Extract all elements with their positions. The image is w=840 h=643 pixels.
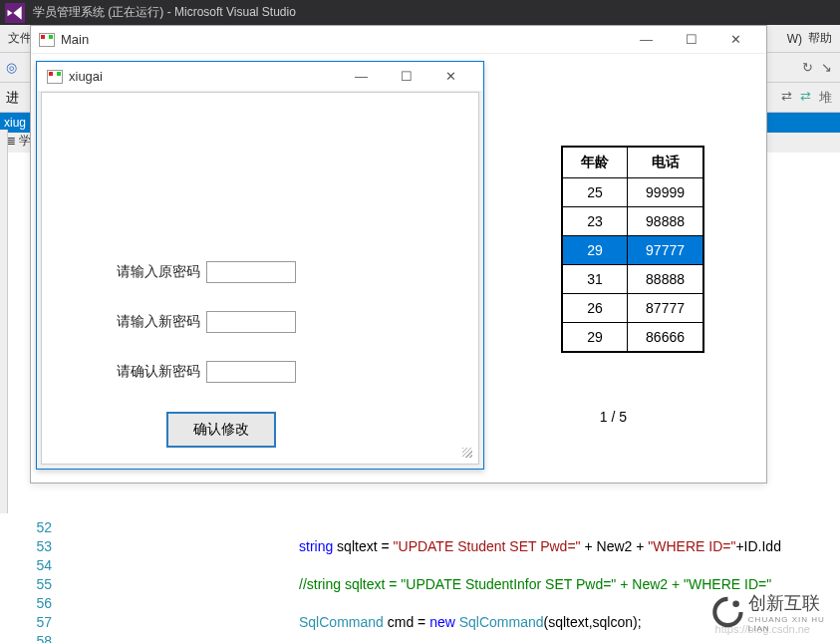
- vs-titlebar: 学员管理系统 (正在运行) - Microsoft Visual Studio: [0, 0, 840, 25]
- old-pwd-input[interactable]: [206, 261, 296, 283]
- pager: 1 / 5: [600, 409, 627, 425]
- xiugai-titlebar[interactable]: xiugai — ☐ ✕: [37, 62, 483, 92]
- maximize-button[interactable]: ☐: [384, 63, 428, 91]
- svg-point-0: [732, 600, 739, 607]
- toolbar-stack[interactable]: 堆: [819, 89, 832, 107]
- xiugai-title: xiugai: [69, 69, 103, 84]
- refresh-icon[interactable]: [802, 60, 813, 75]
- col-phone[interactable]: 电话: [628, 147, 703, 178]
- side-separator: [0, 130, 8, 513]
- new-pwd-label: 请输入新密码: [117, 313, 200, 331]
- close-button[interactable]: ✕: [428, 63, 473, 91]
- arrow-icon[interactable]: [821, 60, 832, 75]
- confirm-pwd-label: 请确认新密码: [117, 363, 200, 381]
- code-area[interactable]: string sqltext = "UPDATE Student SET Pwd…: [299, 518, 781, 643]
- menu-window[interactable]: W): [787, 32, 802, 46]
- toolbar-build[interactable]: 进: [6, 89, 19, 107]
- table-row[interactable]: 2997777: [562, 236, 703, 265]
- table-row[interactable]: 2599999: [562, 178, 703, 207]
- old-pwd-label: 请输入原密码: [117, 263, 200, 281]
- swap-icon-2[interactable]: [800, 89, 811, 107]
- table-row[interactable]: 3188888: [562, 265, 703, 294]
- new-pwd-input[interactable]: [206, 311, 296, 333]
- toolbar-icon[interactable]: ◎: [6, 60, 17, 75]
- minimize-button[interactable]: —: [339, 63, 384, 91]
- tab-file[interactable]: xiug: [4, 116, 26, 130]
- data-table[interactable]: 年龄 电话 2599999239888829977773188888268777…: [561, 146, 704, 353]
- form-icon: [47, 70, 63, 84]
- close-button[interactable]: ✕: [713, 26, 758, 54]
- main-titlebar[interactable]: Main — ☐ ✕: [31, 26, 766, 54]
- table-row[interactable]: 2986666: [562, 323, 703, 353]
- main-title: Main: [61, 32, 89, 47]
- logo: 创新互联 CHUANG XIN HU LIAN: [711, 584, 836, 639]
- table-row[interactable]: 2687777: [562, 294, 703, 323]
- xiugai-window: xiugai — ☐ ✕ 请输入原密码 请输入新密码 请确认新密码 确认修改: [36, 61, 484, 470]
- vs-title: 学员管理系统 (正在运行) - Microsoft Visual Studio: [33, 4, 296, 21]
- swap-icon[interactable]: [781, 89, 792, 107]
- code-gutter: 52 53 54 55 56 57 58: [32, 518, 52, 643]
- vs-logo-icon: [5, 3, 25, 23]
- menu-help[interactable]: 帮助: [808, 30, 832, 47]
- confirm-pwd-input[interactable]: [206, 361, 296, 383]
- table-row[interactable]: 2398888: [562, 207, 703, 236]
- confirm-button[interactable]: 确认修改: [166, 412, 276, 448]
- maximize-button[interactable]: ☐: [669, 26, 713, 54]
- resize-grip[interactable]: [462, 448, 472, 458]
- col-age[interactable]: 年龄: [562, 147, 628, 178]
- form-icon: [39, 33, 55, 47]
- minimize-button[interactable]: —: [624, 26, 669, 54]
